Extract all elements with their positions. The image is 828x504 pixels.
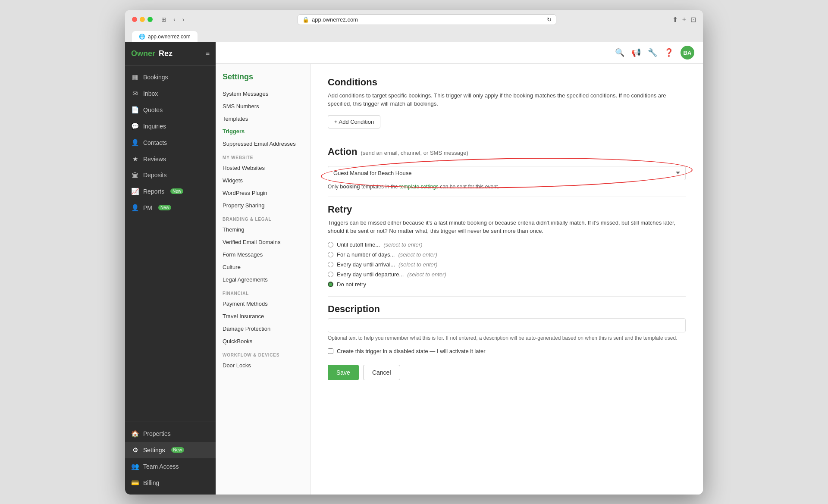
app-container: OwnerRez ≡ ▦ Bookings ✉ Inbox 📄 Quotes 💬 [125, 42, 703, 495]
settings-nav-door-locks[interactable]: Door Locks [216, 359, 310, 372]
team-access-icon: 👥 [131, 463, 139, 470]
disabled-state-checkbox[interactable] [328, 348, 333, 354]
sidebar-item-properties[interactable]: 🏠 Properties [125, 426, 216, 442]
sidebar-label-settings: Settings [143, 447, 165, 454]
address-bar[interactable]: 🔒 app.ownerrez.com ↻ [298, 14, 556, 25]
avatar[interactable]: BA [681, 46, 694, 59]
action-select[interactable]: Guest Manual for Beach House [328, 166, 686, 180]
action-header: Action (send an email, channel, or SMS m… [328, 146, 686, 161]
settings-nav-legal-agreements[interactable]: Legal Agreements [216, 273, 310, 286]
settings-nav-travel-insurance[interactable]: Travel Insurance [216, 310, 310, 322]
settings-nav-theming[interactable]: Theming [216, 223, 310, 236]
menu-icon[interactable]: ≡ [206, 50, 210, 57]
settings-nav-templates[interactable]: Templates [216, 113, 310, 125]
retry-label-until-cutoff: Until cutoff time... [337, 241, 380, 248]
sidebar-item-reviews[interactable]: ★ Reviews [125, 151, 216, 167]
billing-icon: 💳 [131, 479, 139, 487]
reports-icon: 📈 [131, 188, 139, 195]
settings-nav-form-messages[interactable]: Form Messages [216, 248, 310, 261]
sidebar-icon[interactable]: ⊡ [690, 16, 696, 24]
sidebar-item-bookings[interactable]: ▦ Bookings [125, 69, 216, 85]
disabled-state-label[interactable]: Create this trigger in a disabled state … [337, 348, 486, 354]
sidebar-label-properties: Properties [143, 430, 171, 437]
browser-titlebar: ⊞ ‹ › 🔒 app.ownerrez.com ↻ ⬆ + ⊡ [132, 14, 696, 25]
logo-owner: Owner [131, 49, 155, 58]
sidebar-label-pm: PM [143, 204, 152, 211]
settings-nav-verified-email[interactable]: Verified Email Domains [216, 236, 310, 248]
save-button[interactable]: Save [328, 365, 359, 380]
settings-nav-suppressed-emails[interactable]: Suppressed Email Addresses [216, 138, 310, 150]
forward-button[interactable]: › [181, 15, 186, 24]
sidebar-item-billing[interactable]: 💳 Billing [125, 475, 216, 491]
sidebar-item-contacts[interactable]: 👤 Contacts [125, 135, 216, 151]
sidebar-label-contacts: Contacts [143, 139, 167, 146]
retry-label-every-day-departure: Every day until departure... [337, 271, 404, 278]
sidebar-item-pm[interactable]: 👤 PM New [125, 200, 216, 216]
retry-radio-every-day-arrival[interactable] [328, 262, 333, 267]
sidebar-item-inquiries[interactable]: 💬 Inquiries [125, 118, 216, 135]
retry-label-every-day-arrival: Every day until arrival... [337, 261, 395, 268]
retry-radio-do-not-retry[interactable] [328, 282, 333, 287]
sidebar-label-quotes: Quotes [143, 106, 163, 113]
settings-nav-damage-protection[interactable]: Damage Protection [216, 322, 310, 335]
settings-nav-sms-numbers[interactable]: SMS Numbers [216, 100, 310, 113]
tools-icon[interactable]: 🔧 [648, 48, 657, 57]
form-actions: Save Cancel [328, 365, 686, 380]
settings-nav-triggers[interactable]: Triggers [216, 125, 310, 138]
sidebar-item-reports[interactable]: 📈 Reports New [125, 183, 216, 200]
tab-favicon: 🌐 [139, 34, 145, 40]
back-button[interactable]: ‹ [172, 15, 177, 24]
active-tab[interactable]: 🌐 app.ownerrez.com [132, 31, 198, 42]
browser-toolbar-right: ⬆ + ⊡ [672, 16, 696, 24]
settings-nav-widgets[interactable]: Widgets [216, 174, 310, 187]
retry-hint-for-days: (select to enter) [398, 251, 437, 258]
main-content: Settings System Messages SMS Numbers Tem… [216, 64, 703, 495]
settings-nav-hosted-websites[interactable]: Hosted Websites [216, 162, 310, 174]
settings-nav-quickbooks[interactable]: QuickBooks [216, 335, 310, 347]
new-tab-icon[interactable]: + [682, 16, 686, 23]
url-text: app.ownerrez.com [312, 16, 358, 23]
sidebar-item-settings[interactable]: ⚙ Settings New [125, 442, 216, 458]
reload-icon[interactable]: ↻ [547, 16, 552, 23]
sidebar-item-inbox[interactable]: ✉ Inbox [125, 85, 216, 102]
traffic-lights [132, 17, 153, 22]
maximize-button[interactable] [147, 17, 153, 22]
browser-controls: ⊞ ‹ › [160, 15, 186, 24]
settings-nav-property-sharing[interactable]: Property Sharing [216, 199, 310, 212]
cancel-button[interactable]: Cancel [363, 365, 400, 380]
close-button[interactable] [132, 17, 137, 22]
retry-option-every-day-arrival[interactable]: Every day until arrival... (select to en… [328, 261, 686, 268]
settings-icon: ⚙ [131, 446, 139, 454]
retry-radio-until-cutoff[interactable] [328, 242, 333, 247]
action-title: Action [328, 146, 357, 157]
action-note: Only booking templates in the template s… [328, 184, 686, 190]
retry-option-until-cutoff[interactable]: Until cutoff time... (select to enter) [328, 241, 686, 248]
description-input[interactable] [328, 318, 686, 332]
description-note: Optional text to help you remember what … [328, 335, 686, 341]
share-icon[interactable]: ⬆ [672, 16, 678, 24]
template-settings-link[interactable]: template settings [399, 184, 439, 190]
retry-option-every-day-departure[interactable]: Every day until departure... (select to … [328, 271, 686, 278]
settings-nav-payment-methods[interactable]: Payment Methods [216, 297, 310, 310]
search-icon[interactable]: 🔍 [615, 48, 624, 57]
settings-nav-wordpress-plugin[interactable]: WordPress Plugin [216, 187, 310, 199]
help-icon[interactable]: ❓ [664, 48, 674, 57]
sidebar-item-team-access[interactable]: 👥 Team Access [125, 458, 216, 475]
content-area: Conditions Add conditions to target spec… [310, 64, 703, 495]
retry-option-do-not-retry[interactable]: Do not retry [328, 281, 686, 288]
settings-nav-system-messages[interactable]: System Messages [216, 88, 310, 100]
retry-radio-for-days[interactable] [328, 252, 333, 257]
action-note-suffix: can be sent for this event. [439, 184, 499, 190]
sidebar-item-quotes[interactable]: 📄 Quotes [125, 102, 216, 118]
conditions-description: Add conditions to target specific bookin… [328, 91, 686, 108]
retry-option-for-days[interactable]: For a number of days... (select to enter… [328, 251, 686, 258]
retry-radio-every-day-departure[interactable] [328, 272, 333, 277]
minimize-button[interactable] [140, 17, 145, 22]
settings-nav-culture[interactable]: Culture [216, 261, 310, 273]
sidebar-item-deposits[interactable]: 🏛 Deposits [125, 167, 216, 183]
sidebar-toggle-button[interactable]: ⊞ [160, 15, 168, 24]
add-condition-button[interactable]: + Add Condition [328, 115, 380, 128]
megaphone-icon[interactable]: 📢 [631, 48, 641, 57]
retry-hint-until-cutoff: (select to enter) [383, 241, 422, 248]
reports-badge: New [170, 188, 183, 194]
